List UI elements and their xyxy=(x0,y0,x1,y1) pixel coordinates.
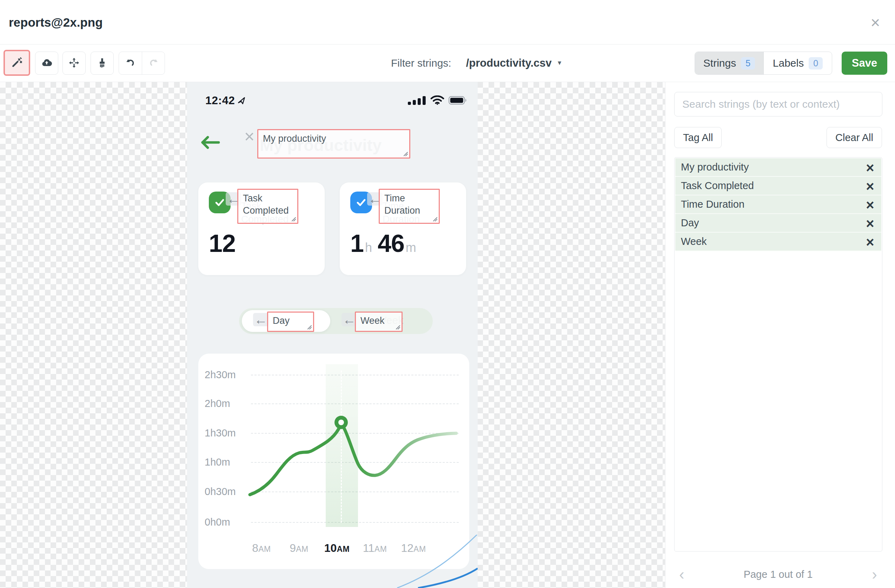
undo-redo-group xyxy=(118,52,165,75)
search-strings-input[interactable] xyxy=(674,92,882,117)
string-list-item[interactable]: Week × xyxy=(675,233,881,251)
clear-all-button[interactable]: Clear All xyxy=(827,127,882,148)
string-text: Day xyxy=(675,217,699,229)
resize-handle-icon[interactable] xyxy=(306,324,312,330)
duration-value: 1 h 46 m xyxy=(350,229,416,258)
string-text: Week xyxy=(675,236,707,247)
magic-wand-tool-button[interactable] xyxy=(3,50,30,76)
drag-arrow-icon[interactable]: ← xyxy=(253,313,268,326)
task-count-value: 12 xyxy=(209,229,235,258)
string-list-item[interactable]: Task Completed × xyxy=(675,177,881,195)
tag-box-task-completed[interactable]: Task Completed xyxy=(237,189,298,224)
undo-icon xyxy=(125,58,136,69)
location-arrow-icon xyxy=(237,96,246,107)
battery-icon xyxy=(449,96,467,106)
chart-marker-center xyxy=(338,420,344,425)
undo-button[interactable] xyxy=(119,52,142,74)
phone-screenshot: 12:42 xyxy=(187,82,478,588)
window-titlebar: reports@2x.png × xyxy=(0,0,895,45)
brush-icon xyxy=(97,57,108,70)
status-icons xyxy=(408,95,467,107)
signal-icon xyxy=(408,96,426,106)
toolbar: Filter strings: /productivity.csv ▼ Stri… xyxy=(0,45,895,82)
page-indicator: Page 1 out of 1 xyxy=(744,569,813,580)
strings-count-badge: 5 xyxy=(741,57,755,70)
resize-handle-icon[interactable] xyxy=(395,324,400,330)
back-arrow-icon[interactable] xyxy=(200,135,220,151)
tag-label: Week xyxy=(361,315,385,327)
brush-tool-button[interactable] xyxy=(91,52,114,75)
x-axis-label: 9AM xyxy=(290,542,308,555)
status-time: 12:42 xyxy=(205,94,235,107)
move-icon xyxy=(68,57,80,70)
upload-tool-button[interactable] xyxy=(35,52,58,75)
caret-down-icon: ▼ xyxy=(557,60,563,67)
prev-page-icon[interactable]: ‹ xyxy=(674,567,689,582)
string-list-item[interactable]: My productivity × xyxy=(675,158,881,177)
resize-handle-icon[interactable] xyxy=(291,216,296,222)
card-time-duration: ← Time Duration Time Duration 1 h 46 m xyxy=(340,182,466,275)
remove-string-icon[interactable]: × xyxy=(862,233,878,251)
tag-box-time-duration[interactable]: Time Duration xyxy=(379,189,440,224)
next-page-icon[interactable]: › xyxy=(867,567,882,582)
filter-strings-control: Filter strings: /productivity.csv ▼ xyxy=(391,45,563,82)
decorative-curves xyxy=(397,535,478,588)
labels-count-badge: 0 xyxy=(809,57,823,70)
string-text: Time Duration xyxy=(675,199,745,210)
move-tool-button[interactable] xyxy=(62,52,86,75)
string-text: Task Completed xyxy=(675,180,754,192)
string-text: My productivity xyxy=(675,161,749,173)
close-icon: × xyxy=(871,14,880,30)
tab-labels-label: Labels xyxy=(773,57,804,69)
card-task-completed: ← Task Completed Task Completed 12 xyxy=(198,182,325,275)
tab-strings[interactable]: Strings 5 xyxy=(695,52,763,74)
tag-box-day[interactable]: Day xyxy=(267,312,314,332)
redo-icon xyxy=(148,58,159,69)
x-axis-label: 11AM xyxy=(363,542,387,555)
window-title: reports@2x.png xyxy=(9,0,103,45)
remove-string-icon[interactable]: × xyxy=(862,158,878,177)
remove-string-icon[interactable]: × xyxy=(862,214,878,233)
x-axis-label: 8AM xyxy=(252,542,271,555)
magic-wand-icon xyxy=(11,57,23,69)
wifi-icon xyxy=(430,95,444,107)
tag-label: Day xyxy=(273,315,290,327)
tab-strings-label: Strings xyxy=(703,57,736,69)
tag-label: Time Duration xyxy=(384,192,434,217)
value-hours-unit: h xyxy=(365,240,372,255)
cloud-upload-icon xyxy=(41,57,52,70)
string-list-item[interactable]: Time Duration × xyxy=(675,195,881,214)
strings-labels-tabs: Strings 5 Labels 0 xyxy=(695,52,832,75)
redo-button[interactable] xyxy=(142,52,165,74)
filter-file-value: /productivity.csv xyxy=(466,57,552,70)
tag-label: My productivity xyxy=(263,133,326,145)
save-button[interactable]: Save xyxy=(842,52,887,75)
string-list-item[interactable]: Day × xyxy=(675,214,881,233)
resize-handle-icon[interactable] xyxy=(432,216,438,222)
strings-panel: Tag All Clear All My productivity × Task… xyxy=(665,82,895,588)
editor-canvas: 12:42 xyxy=(0,82,895,588)
pagination: ‹ Page 1 out of 1 › xyxy=(674,567,882,582)
filter-file-select[interactable]: /productivity.csv ▼ xyxy=(466,57,563,70)
day-week-toggle: Day Week ← ← Day Week xyxy=(239,308,433,334)
tag-box-title[interactable]: My productivity xyxy=(257,129,410,159)
tag-label: Task Completed xyxy=(243,192,292,217)
tab-labels[interactable]: Labels 0 xyxy=(763,52,832,74)
remove-string-icon[interactable]: × xyxy=(862,195,878,214)
x-axis-label-active: 10AM xyxy=(324,542,350,555)
value-hours: 1 xyxy=(350,229,364,258)
resize-handle-icon[interactable] xyxy=(403,151,408,156)
tag-all-button[interactable]: Tag All xyxy=(674,127,722,148)
dismiss-x-icon[interactable]: × xyxy=(244,128,255,145)
window-close-button[interactable]: × xyxy=(866,13,885,32)
value-minutes: 46 xyxy=(378,229,404,258)
strings-list: My productivity × Task Completed × Time … xyxy=(674,157,882,552)
tag-box-week[interactable]: Week xyxy=(355,312,403,332)
filter-strings-label: Filter strings: xyxy=(391,57,451,69)
value-minutes-unit: m xyxy=(406,240,416,255)
remove-string-icon[interactable]: × xyxy=(862,177,878,195)
